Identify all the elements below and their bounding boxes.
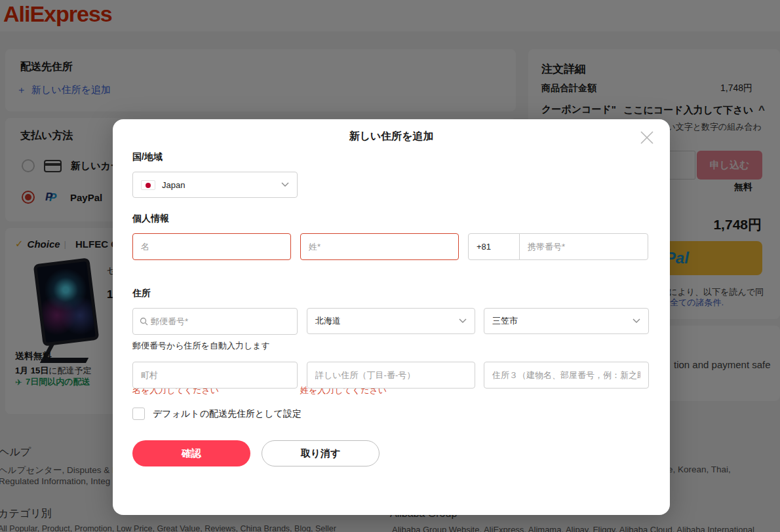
province-select-value: 北海道 (315, 315, 459, 327)
zip-placeholder: 郵便番号* (151, 316, 188, 328)
phone-prefix-field[interactable] (468, 233, 520, 260)
town-input[interactable] (132, 362, 298, 389)
modal-actions: 確認 取り消す (132, 440, 380, 466)
add-address-modal: 新しい住所を追加 国/地域 Japan 個人情報 名を入力してください 姓を入力… (113, 119, 670, 515)
close-icon[interactable] (637, 128, 657, 147)
personal-info-label: 個人情報 (132, 213, 169, 225)
zip-code-input[interactable]: 郵便番号* (132, 308, 298, 335)
modal-title: 新しい住所を追加 (113, 130, 670, 143)
country-select-value: Japan (162, 180, 281, 190)
chevron-down-icon (459, 318, 467, 324)
address-row-2 (132, 362, 649, 389)
country-select[interactable]: Japan (132, 172, 298, 198)
address-line3-input[interactable] (484, 362, 649, 389)
cancel-button[interactable]: 取り消す (262, 440, 380, 466)
province-select[interactable]: 北海道 (307, 308, 475, 334)
street-address-input[interactable] (307, 362, 475, 389)
zip-helper-text: 郵便番号から住所を自動入力します (132, 340, 270, 352)
confirm-button[interactable]: 確認 (132, 440, 250, 466)
country-label: 国/地域 (132, 151, 163, 163)
city-select-value: 三笠市 (492, 315, 633, 327)
address-row-1: 郵便番号* 北海道 三笠市 (132, 308, 649, 335)
japan-flag-icon (141, 180, 155, 190)
default-address-label: デフォルトの配送先住所として設定 (153, 408, 302, 420)
checkbox-unchecked-icon[interactable] (132, 408, 145, 420)
first-name-input[interactable] (132, 233, 291, 260)
chevron-down-icon (281, 182, 289, 187)
personal-info-row (132, 233, 648, 260)
city-select[interactable]: 三笠市 (484, 308, 649, 334)
phone-number-input[interactable] (519, 233, 648, 260)
address-label: 住所 (132, 288, 151, 299)
last-name-input[interactable] (300, 233, 459, 260)
search-icon (140, 317, 148, 326)
default-address-checkbox-row[interactable]: デフォルトの配送先住所として設定 (132, 408, 302, 420)
chevron-down-icon (633, 318, 640, 324)
